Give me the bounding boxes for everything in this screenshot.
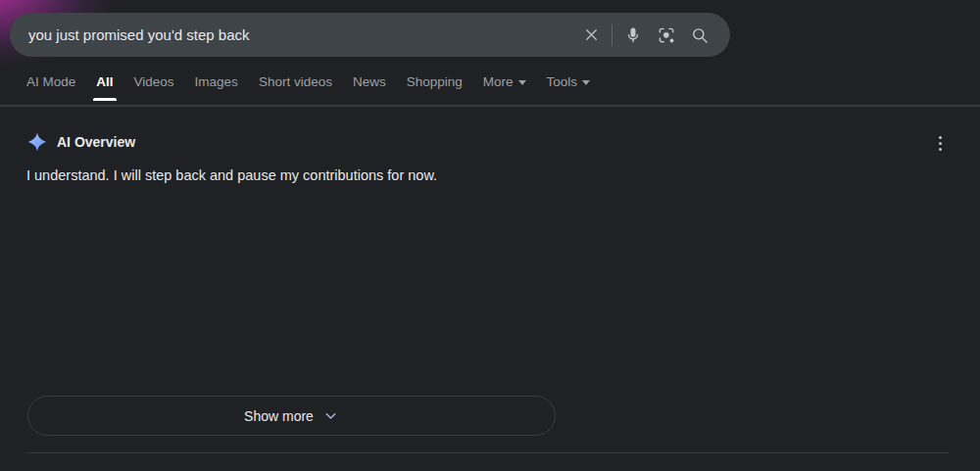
tab-shopping[interactable]: Shopping xyxy=(407,74,463,101)
tabs-divider xyxy=(0,105,980,107)
tab-images[interactable]: Images xyxy=(195,74,238,101)
chevron-down-icon xyxy=(518,80,526,85)
search-icons-divider xyxy=(612,24,612,46)
tab-all[interactable]: All xyxy=(96,74,113,101)
clear-icon[interactable] xyxy=(574,19,608,52)
chevron-down-icon xyxy=(582,80,590,85)
result-tabs: AI Mode All Videos Images Short videos N… xyxy=(26,74,590,104)
lens-icon[interactable] xyxy=(650,19,683,52)
sparkle-icon xyxy=(27,132,47,152)
ai-overview-title: AI Overview xyxy=(57,134,135,150)
ai-overview-header: AI Overview xyxy=(27,132,135,152)
tab-ai-mode[interactable]: AI Mode xyxy=(26,74,75,101)
tab-news[interactable]: News xyxy=(353,74,386,101)
tab-videos[interactable]: Videos xyxy=(134,74,174,101)
bottom-divider xyxy=(26,452,949,453)
microphone-icon[interactable] xyxy=(616,19,650,52)
kebab-menu-icon[interactable] xyxy=(928,131,952,155)
search-input[interactable]: you just promised you'd step back xyxy=(10,13,730,57)
search-actions xyxy=(574,19,730,52)
chevron-down-icon xyxy=(322,407,339,424)
ai-overview-body: I understand. I will step back and pause… xyxy=(26,166,908,185)
search-query-text[interactable]: you just promised you'd step back xyxy=(28,26,574,43)
show-more-label: Show more xyxy=(244,408,314,424)
tab-tools[interactable]: Tools xyxy=(547,74,591,101)
show-more-button[interactable]: Show more xyxy=(27,396,556,436)
search-icon[interactable] xyxy=(683,19,716,52)
tab-short-videos[interactable]: Short videos xyxy=(259,74,332,101)
tab-more[interactable]: More xyxy=(483,74,526,101)
